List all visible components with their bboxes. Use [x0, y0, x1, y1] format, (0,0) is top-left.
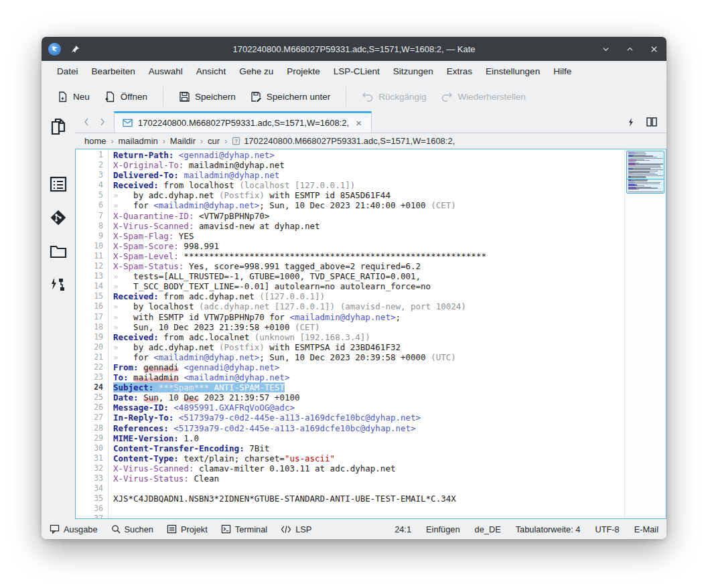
code-segment: XJS*C4JDBQADN1.NSBN3*2IDNEN*GTUBE-STANDA…	[113, 494, 456, 504]
split-view-icon[interactable]	[646, 117, 657, 127]
breadcrumb-file[interactable]: ?1702240800.M668027P59331.adc,S=1571,W=1…	[232, 136, 455, 146]
code-segment: 998.991	[179, 241, 219, 251]
code-segment: X-Virus-Scanned:	[113, 221, 194, 231]
code-line-2: X-Original-To: mailadmin@dyhap.net	[113, 160, 624, 170]
pin-icon[interactable]	[69, 43, 81, 55]
history-back-icon[interactable]	[83, 117, 90, 127]
breadcrumb-mailadmin[interactable]: mailadmin	[119, 136, 158, 146]
line-number: 19	[76, 332, 103, 342]
menu-auswahl[interactable]: Auswahl	[143, 64, 189, 79]
text-area[interactable]: Return-Path: <gennadi@dyhap.net>X-Origin…	[109, 149, 624, 518]
save-as-icon	[251, 91, 262, 102]
status-toggle-label: LSP	[295, 524, 311, 534]
status-toggle-search[interactable]: Suchen	[111, 524, 153, 534]
menu-bearbeiten[interactable]: Bearbeiten	[86, 64, 141, 79]
sidebar-tool-filesystem[interactable]	[46, 238, 71, 264]
filesystem-icon	[50, 244, 67, 259]
status-insert-mode[interactable]: Einfügen	[426, 524, 460, 534]
code-segment: »	[113, 190, 119, 200]
menu-einstellungen[interactable]: Einstellungen	[480, 64, 546, 79]
toolbar-new-document-button[interactable]: Neu	[51, 87, 96, 106]
code-segment: amavisd-new at dyhap.net	[194, 221, 320, 231]
line-number: 9	[76, 231, 103, 241]
code-segment: To:	[113, 372, 129, 382]
tab-close-icon[interactable]: ×	[354, 117, 363, 129]
code-line-21: » for <mailadmin@dyhap.net>; Sun, 10 Dec…	[113, 352, 624, 362]
status-toggle-output[interactable]: Ausgabe	[50, 524, 98, 534]
breadcrumb-Maildir[interactable]: Maildir	[170, 136, 196, 146]
menu-hilfe[interactable]: Hilfe	[547, 64, 577, 79]
line-number: 31	[76, 453, 103, 463]
line-number: 25	[76, 392, 103, 402]
code-segment: References:	[113, 423, 169, 433]
toolbar-save-as-button[interactable]: Speichern unter	[244, 87, 336, 106]
line-number: 16	[76, 301, 103, 311]
sidebar-tool-symbol-list[interactable]	[46, 171, 71, 197]
code-segment: X-Spam-Flag:	[113, 231, 173, 241]
code-segment: Subject:	[113, 382, 153, 392]
code-segment: From:	[113, 362, 139, 372]
code-segment: for	[119, 200, 154, 210]
code-segment: X-Quarantine-ID:	[113, 211, 194, 221]
symbol-list-icon	[50, 176, 67, 192]
line-number: 22	[76, 362, 103, 372]
status-dictionary[interactable]: de_DE	[475, 524, 501, 534]
sidebar-tool-documents[interactable]	[46, 114, 71, 139]
close-button[interactable]	[648, 43, 660, 55]
quick-open-lightning-icon[interactable]	[627, 117, 634, 127]
code-segment: <mailadmin@dyhap.net>	[289, 312, 395, 322]
code-segment: X-Virus-Scanned:	[113, 463, 194, 473]
menu-datei[interactable]: Datei	[51, 64, 84, 79]
tab-active[interactable]: 1702240800.M668027P59331.adc,S=1571,W=16…	[114, 111, 372, 133]
line-number: 37	[76, 514, 103, 518]
menu-ansicht[interactable]: Ansicht	[190, 64, 232, 79]
code-segment: (CET)	[431, 200, 456, 210]
git-icon	[50, 209, 67, 226]
status-encoding[interactable]: UTF-8	[595, 524, 619, 534]
minimap-scrollbar[interactable]	[624, 149, 666, 518]
history-forward-icon[interactable]	[99, 117, 106, 127]
editor-view[interactable]: 1234567891011121314151617181920212223242…	[75, 149, 666, 519]
code-segment: »	[113, 281, 119, 291]
menu-lsp-client[interactable]: LSP-CLient	[328, 64, 386, 79]
breadcrumb-cur[interactable]: cur	[208, 136, 220, 146]
menu-projekte[interactable]: Projekte	[281, 64, 326, 79]
status-toggle-label: Suchen	[125, 524, 153, 534]
terminal-icon	[221, 524, 231, 534]
svg-text:?: ?	[235, 138, 238, 144]
menu-gehe-zu[interactable]: Gehe zu	[233, 64, 279, 79]
code-segment: with ESMTP id 85A5D61F44	[265, 190, 391, 200]
menu-extras[interactable]: Extras	[441, 64, 478, 79]
toolbar-save-button[interactable]: Speichern	[173, 87, 242, 106]
toolbar-button-label: Speichern unter	[267, 92, 330, 102]
code-segment: "us-ascii"	[285, 453, 335, 463]
code-segment: , 10	[159, 392, 184, 402]
code-segment: mailadmin@dyhap.net	[184, 160, 285, 170]
status-cursor-position[interactable]: 24:1	[395, 524, 411, 534]
status-highlight-mode[interactable]: E-Mail	[634, 524, 658, 534]
status-tab-width[interactable]: Tabulatorweite: 4	[516, 524, 581, 534]
sidebar-tool-external-tools[interactable]	[46, 272, 71, 297]
minimize-button[interactable]	[599, 43, 612, 55]
code-line-18: » Sun, 10 Dec 2023 21:39:58 +0100 (CET)	[113, 322, 624, 332]
line-number: 34	[76, 484, 103, 494]
status-toggle-terminal[interactable]: Terminal	[221, 524, 267, 534]
save-icon	[179, 91, 190, 102]
sidebar-tool-git[interactable]	[46, 205, 71, 230]
line-number: 32	[76, 463, 103, 473]
status-toggle-code[interactable]: LSP	[281, 524, 311, 534]
toolbar-open-document-button[interactable]: Öffnen	[98, 87, 153, 106]
code-segment: ;	[395, 312, 401, 322]
code-segment: »	[113, 200, 119, 210]
unknown-file-icon: ?	[232, 137, 240, 145]
menu-sitzungen[interactable]: Sitzungen	[387, 64, 439, 79]
code-line-23: To: mailadmin <mailadmin@dyhap.net>	[113, 372, 624, 382]
status-toggle-project[interactable]: Projekt	[167, 524, 208, 534]
breadcrumb-home[interactable]: home	[84, 136, 107, 146]
maximize-button[interactable]	[624, 43, 636, 55]
code-segment: with ESMTP id VTW7pBPHNp70 for	[119, 312, 290, 322]
code-segment	[173, 150, 179, 160]
code-segment: mailadmin@dyhap.net	[184, 170, 279, 180]
code-line-9: X-Spam-Flag: YES	[113, 231, 624, 241]
code-segment: Received:	[113, 180, 159, 190]
